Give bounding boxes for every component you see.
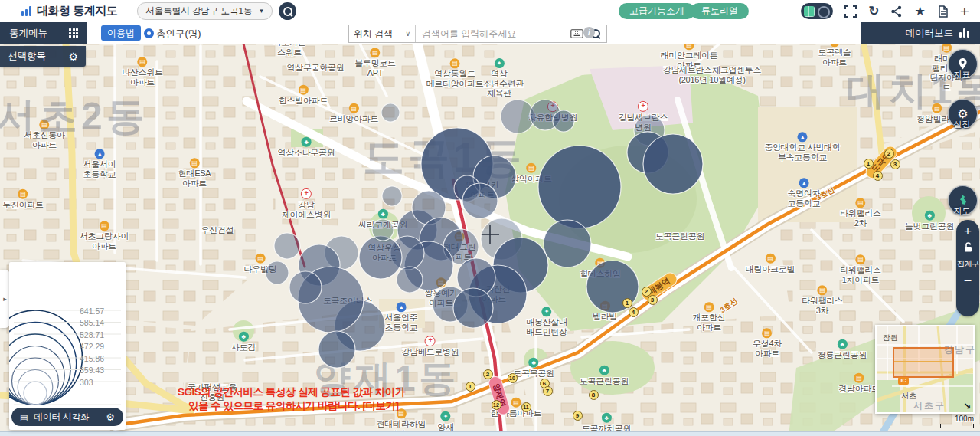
gear-icon: ⚙ xyxy=(68,51,78,63)
legend-ring xyxy=(24,382,47,405)
more-link[interactable]: [더보기] xyxy=(363,400,399,411)
selected-items-button[interactable]: 선택항목 ⚙ xyxy=(0,46,86,67)
legend-value: 415.86 xyxy=(80,354,104,363)
databoard-button[interactable]: 데이터보드 xyxy=(861,22,980,44)
bar-chart-icon xyxy=(959,28,969,38)
selected-items-label: 선택항목 xyxy=(8,50,68,63)
gear-icon[interactable]: ⚙ xyxy=(106,411,115,423)
legend-value: 472.29 xyxy=(80,342,104,351)
zoom-control: + 집계구 − xyxy=(956,220,979,316)
view-toggle[interactable] xyxy=(801,3,833,19)
grid-view-icon xyxy=(804,6,815,17)
aggregation-label[interactable]: 집계구 xyxy=(957,259,979,270)
region-dropdown-value: 서울특별시 강남구 도곡1동 xyxy=(145,5,252,17)
app-header: 대화형 통계지도 서울특별시 강남구 도곡1동 ▼ 고급기능소개 튜토리얼 ↻ … xyxy=(0,0,980,23)
legend-panel: 641.57585.14528.71472.29415.86359.43303 … xyxy=(9,262,126,430)
legend-value: 303 xyxy=(80,378,93,387)
scale-label: 100m xyxy=(955,415,974,423)
settings-button[interactable]: ⚙ xyxy=(948,99,978,129)
minimap-collapse-icon[interactable]: ↘ xyxy=(963,402,971,411)
indicator-panel-button[interactable] xyxy=(948,49,978,79)
legend-circles: 641.57585.14528.71472.29415.86359.43303 xyxy=(9,262,126,406)
toolbar: 통계메뉴 이용법 총인구(명) 위치 검색 ∨ i 데이터보드 xyxy=(0,22,980,44)
minimap-label: 서초구 xyxy=(913,399,946,412)
indicator-radio[interactable] xyxy=(144,28,154,38)
stats-menu-button[interactable]: 통계메뉴 xyxy=(0,22,87,44)
menu-grid-icon xyxy=(69,28,78,38)
pin-icon xyxy=(956,57,969,70)
legend-value: 585.14 xyxy=(80,318,104,327)
refresh-icon[interactable]: ↻ xyxy=(868,3,879,19)
fullscreen-icon[interactable] xyxy=(844,5,857,18)
legend-value: 359.43 xyxy=(80,366,104,375)
overview-minimap[interactable]: IC ↘ 잠원강남구서초서초구 xyxy=(875,325,975,414)
lock-icon[interactable] xyxy=(962,241,974,256)
notice-line1: SGIS의 공간서비스 특성상 실제 공표된 값과 차이가 xyxy=(178,385,405,399)
databoard-label: 데이터보드 xyxy=(906,27,954,40)
zoom-out-button[interactable]: − xyxy=(964,274,972,287)
report-icon[interactable] xyxy=(937,5,949,18)
app-logo-icon xyxy=(21,6,31,16)
korea-map-icon xyxy=(957,194,969,207)
stats-menu-label: 통계메뉴 xyxy=(9,27,69,40)
advanced-features-button[interactable]: 고급기능소개 xyxy=(619,3,695,19)
accuracy-notice: SGIS의 공간서비스 특성상 실제 공표된 값과 차이가 있을 수 있으므로 … xyxy=(178,385,405,413)
virtual-keyboard-icon[interactable] xyxy=(570,29,583,38)
info-icon[interactable]: i xyxy=(583,27,595,38)
data-visualization-label: 데이터 시각화 xyxy=(34,411,106,423)
indicator-label: 총인구(명) xyxy=(156,28,201,41)
bottom-strip xyxy=(0,431,980,436)
chevron-down-icon: ▼ xyxy=(258,8,264,15)
search-icon xyxy=(283,7,292,16)
map-canvas[interactable] xyxy=(0,44,980,436)
plus-icon[interactable]: + xyxy=(960,2,969,21)
notice-line2: 있을 수 있으므로 유의하시기 바랍니다. [더보기] xyxy=(188,399,405,413)
map-scale: 100m xyxy=(940,415,974,428)
basemap-button[interactable] xyxy=(948,185,978,215)
legend-ring xyxy=(18,370,52,405)
legend-value: 528.71 xyxy=(80,330,104,339)
scale-bar xyxy=(940,424,974,428)
zoom-in-button[interactable]: + xyxy=(964,225,972,238)
tutorial-button[interactable]: 튜토리얼 xyxy=(691,3,749,19)
minimap-label: 잠원 xyxy=(883,333,898,343)
app-title: 대화형 통계지도 xyxy=(37,4,117,18)
location-search-group: 위치 검색 ∨ xyxy=(348,25,607,43)
gear-icon: ⚙ xyxy=(957,107,968,121)
search-input[interactable] xyxy=(416,28,566,39)
chevron-down-icon: ∨ xyxy=(405,30,410,38)
location-search-label: 위치 검색 xyxy=(354,28,393,41)
list-icon: ▤ xyxy=(20,412,28,422)
location-search-select[interactable]: 위치 검색 ∨ xyxy=(349,25,416,42)
ic-badge: IC xyxy=(898,377,909,385)
usage-button[interactable]: 이용법 xyxy=(101,25,141,41)
circle-view-icon xyxy=(818,6,830,18)
legend-value: 641.57 xyxy=(80,307,104,316)
region-dropdown[interactable]: 서울특별시 강남구 도곡1동 ▼ xyxy=(137,2,273,20)
header-icon-group: ↻ ★ + xyxy=(801,0,969,22)
region-search-button[interactable] xyxy=(279,2,296,20)
data-visualization-button[interactable]: ▤ 데이터 시각화 ⚙ xyxy=(11,408,123,426)
star-icon[interactable]: ★ xyxy=(914,4,925,18)
share-icon[interactable] xyxy=(890,5,903,18)
minimap-label: 강남구 xyxy=(944,343,976,356)
